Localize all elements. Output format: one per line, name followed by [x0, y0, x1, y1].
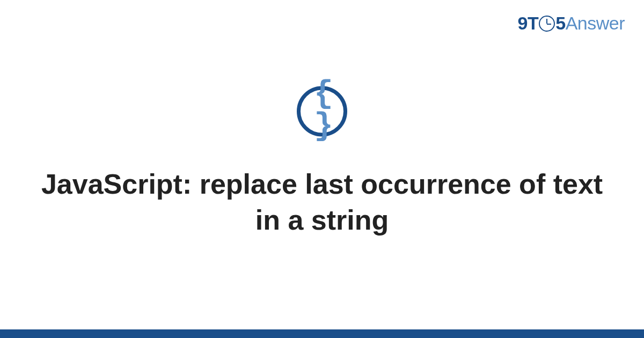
category-icon-circle: { }	[297, 86, 347, 137]
logo-five: 5	[555, 13, 565, 33]
site-logo: 9T5Answer	[518, 13, 625, 34]
code-braces-icon: { }	[301, 78, 343, 143]
logo-t: T	[528, 13, 538, 33]
logo-nine: 9	[518, 13, 528, 33]
clock-icon	[539, 16, 555, 32]
logo-answer: Answer	[566, 13, 625, 33]
main-content: { } JavaScript: replace last occurrence …	[0, 86, 644, 238]
footer-accent-bar	[0, 329, 644, 338]
page-title: JavaScript: replace last occurrence of t…	[0, 167, 644, 238]
